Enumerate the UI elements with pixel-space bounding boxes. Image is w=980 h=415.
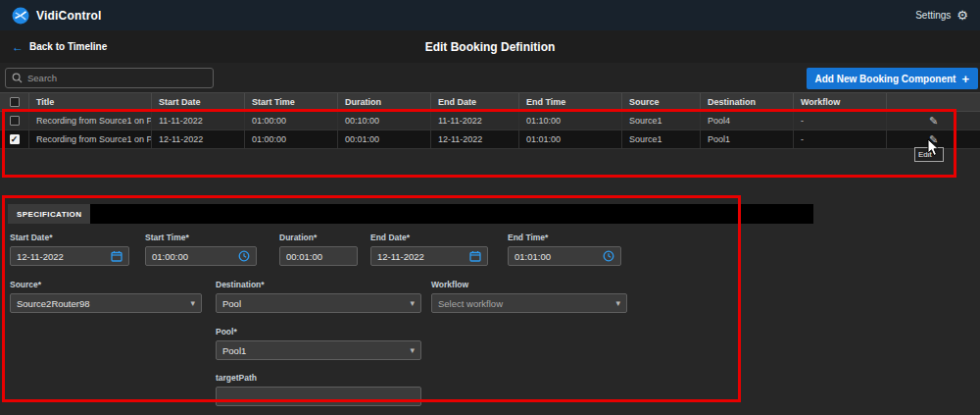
app-title: VidiControl — [36, 9, 102, 23]
start-time-input[interactable]: 01:00:00 — [145, 246, 257, 266]
edit-pencil-icon[interactable]: ✎ — [929, 116, 938, 127]
end-time-value: 01:01:00 — [514, 251, 599, 262]
start-date-field: Start Date* 12-11-2022 — [10, 233, 129, 266]
tab-specification[interactable]: SPECIFICATION — [8, 204, 90, 224]
end-time-label: End Time* — [508, 233, 621, 242]
col-end-time[interactable]: End Time — [519, 93, 622, 111]
col-title[interactable]: Title — [29, 93, 152, 111]
app-brand[interactable]: VidiControl — [12, 7, 102, 25]
row-checkbox[interactable]: ✓ — [10, 134, 20, 144]
col-destination[interactable]: Destination — [701, 93, 794, 111]
cell-destination: Pool4 — [701, 112, 794, 130]
edit-tooltip: Edit — [914, 147, 944, 162]
back-to-timeline-link[interactable]: ← Back to Timeline — [12, 30, 107, 63]
col-source[interactable]: Source — [622, 93, 701, 111]
chevron-down-icon: ▾ — [410, 346, 415, 355]
cell-start-time: 01:00:00 — [245, 112, 338, 130]
cell-end-time: 01:10:00 — [519, 112, 622, 130]
cell-end-date: 12-11-2022 — [431, 130, 519, 148]
calendar-icon[interactable] — [111, 250, 122, 262]
select-all-checkbox[interactable]: ✓ — [10, 97, 20, 107]
duration-input[interactable]: 00:01:00 — [279, 246, 358, 266]
pool-dropdown[interactable]: Pool1 ▾ — [216, 340, 421, 360]
cell-actions: ✎ — [887, 112, 980, 130]
add-button-label: Add New Booking Component — [815, 74, 956, 84]
start-time-field: Start Time* 01:00:00 — [145, 233, 257, 266]
chevron-down-icon: ▾ — [190, 299, 195, 308]
end-date-label: End Date* — [370, 233, 488, 242]
clock-icon[interactable] — [238, 250, 250, 262]
pool-value: Pool1 — [222, 345, 406, 356]
source-label: Source* — [10, 280, 202, 289]
cell-source: Source1 — [622, 130, 701, 148]
edit-pencil-icon[interactable]: ✎ — [929, 134, 938, 145]
settings-link[interactable]: Settings ⚙ — [915, 9, 968, 22]
target-path-field: targetPath — [216, 373, 421, 406]
bookings-table: ✓ Title Start Date Start Time Duration E… — [0, 92, 980, 149]
add-booking-component-button[interactable]: Add New Booking Component + — [807, 68, 978, 89]
end-date-value: 12-11-2022 — [377, 251, 466, 262]
target-path-label: targetPath — [216, 373, 421, 383]
start-time-value: 01:00:00 — [152, 251, 234, 262]
destination-dropdown[interactable]: Pool ▾ — [216, 293, 421, 313]
calendar-icon[interactable] — [469, 250, 481, 262]
table-row-selected[interactable]: ✓ Recording from Source1 on Pool1 12-11-… — [0, 130, 980, 149]
back-label: Back to Timeline — [29, 41, 107, 52]
cell-start-date: 11-11-2022 — [152, 112, 245, 130]
back-arrow-icon: ← — [12, 40, 24, 54]
duration-label: Duration* — [279, 233, 358, 242]
row-checkbox-cell: ✓ — [0, 112, 29, 130]
col-actions — [887, 93, 980, 111]
workflow-dropdown[interactable]: Select workflow ▾ — [431, 293, 627, 313]
plus-icon: + — [961, 73, 969, 85]
cell-end-date: 11-11-2022 — [431, 112, 519, 130]
tab-bar: SPECIFICATION — [8, 204, 813, 224]
source-field: Source* Source2Router98 ▾ — [10, 280, 202, 313]
end-time-input[interactable]: 01:01:00 — [508, 246, 621, 266]
search-input[interactable] — [27, 73, 207, 83]
cell-start-date: 12-11-2022 — [152, 130, 245, 148]
start-date-value: 12-11-2022 — [17, 251, 107, 262]
search-icon — [12, 73, 23, 83]
search-box[interactable] — [5, 68, 214, 88]
end-date-input[interactable]: 12-11-2022 — [370, 246, 488, 266]
workflow-field: Workflow Select workflow ▾ — [431, 280, 627, 313]
source-value: Source2Router98 — [17, 298, 186, 309]
vidicontrol-logo-icon — [12, 7, 29, 25]
row-checkbox[interactable]: ✓ — [10, 116, 20, 126]
chevron-down-icon: ▾ — [410, 299, 415, 308]
end-date-field: End Date* 12-11-2022 — [370, 233, 488, 266]
workflow-label: Workflow — [431, 280, 627, 289]
cell-end-time: 01:01:00 — [519, 130, 622, 148]
workflow-value: Select workflow — [438, 298, 612, 309]
start-date-input[interactable]: 12-11-2022 — [10, 246, 129, 266]
gear-icon[interactable]: ⚙ — [956, 9, 968, 22]
toolbar: Add New Booking Component + — [0, 63, 980, 92]
chevron-down-icon: ▾ — [615, 299, 620, 308]
col-start-date[interactable]: Start Date — [152, 93, 245, 111]
destination-field: Destination* Pool ▾ — [216, 280, 421, 313]
cell-title: Recording from Source1 on Pool4 — [29, 112, 152, 130]
row-checkbox-cell: ✓ — [0, 130, 29, 148]
col-end-date[interactable]: End Date — [431, 93, 519, 111]
duration-field: Duration* 00:01:00 — [279, 233, 358, 266]
destination-value: Pool — [222, 298, 406, 309]
cell-actions: ✎ — [887, 130, 980, 148]
table-row[interactable]: ✓ Recording from Source1 on Pool4 11-11-… — [0, 112, 980, 130]
col-workflow[interactable]: Workflow — [794, 93, 887, 111]
specification-panel: SPECIFICATION Start Date* 12-11-2022 Sta… — [0, 204, 980, 415]
col-duration[interactable]: Duration — [338, 93, 431, 111]
source-dropdown[interactable]: Source2Router98 ▾ — [10, 293, 202, 313]
cell-title: Recording from Source1 on Pool1 — [29, 130, 152, 148]
end-time-field: End Time* 01:01:00 — [508, 233, 621, 266]
start-date-label: Start Date* — [10, 233, 129, 242]
cell-source: Source1 — [622, 112, 701, 130]
clock-icon[interactable] — [603, 250, 614, 262]
target-path-input[interactable] — [216, 387, 421, 406]
pool-field: Pool* Pool1 ▾ — [216, 327, 421, 360]
cell-destination: Pool1 — [701, 130, 794, 148]
destination-label: Destination* — [216, 280, 421, 289]
start-time-label: Start Time* — [145, 233, 257, 242]
col-start-time[interactable]: Start Time — [245, 93, 338, 111]
app-window: VidiControl Settings ⚙ ← Back to Timelin… — [0, 0, 980, 415]
